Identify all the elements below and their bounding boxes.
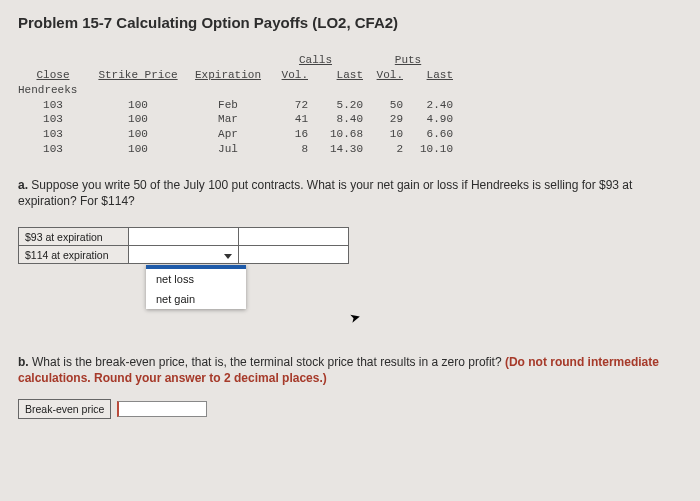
amount-input-114[interactable] [239,246,349,264]
table-row: 103100Apr1610.68106.60 [18,127,682,142]
gainloss-select-93[interactable] [129,228,239,246]
row-label-114: $114 at expiration [19,246,129,264]
question-a: a. Suppose you write 50 of the July 100 … [18,177,682,209]
chevron-down-icon [224,254,232,259]
stock-name: Hendreeks [18,83,88,98]
hdr-expiration: Expiration [188,68,268,83]
hdr-put-vol: Vol. [363,68,403,83]
question-b-text: What is the break-even price, that is, t… [32,355,502,369]
amount-input-93[interactable] [239,228,349,246]
question-a-text: Suppose you write 50 of the July 100 put… [18,178,632,208]
answer-grid-a: $93 at expiration $114 at expiration net… [18,227,353,264]
break-even-input[interactable] [117,401,207,417]
break-even-row: Break-even price [18,399,682,419]
question-b-lead: b. [18,355,29,369]
dropdown-option-netgain[interactable]: net gain [146,289,246,309]
hdr-strike: Strike Price [88,68,188,83]
gainloss-select-114[interactable] [129,246,239,264]
table-row: 103100Mar418.40294.90 [18,112,682,127]
question-a-lead: a. [18,178,28,192]
hdr-call-vol: Vol. [268,68,308,83]
question-b: b. What is the break-even price, that is… [18,354,682,386]
break-even-label: Break-even price [18,399,111,419]
table-row: 103100Feb725.20502.40 [18,98,682,113]
dropdown-option-netloss[interactable]: net loss [146,269,246,289]
hdr-put-last: Last [403,68,453,83]
hdr-call-last: Last [308,68,363,83]
row-label-93: $93 at expiration [19,228,129,246]
hdr-close: Close [18,68,88,83]
options-quote-table: Calls Puts Close Strike Price Expiration… [18,53,682,157]
gainloss-dropdown: net loss net gain [146,265,246,309]
problem-title: Problem 15-7 Calculating Option Payoffs … [18,14,682,31]
table-row: 103100Jul814.30210.10 [18,142,682,157]
cursor-icon: ➤ [348,309,363,326]
group-header-calls: Calls [268,53,363,68]
group-header-puts: Puts [363,53,453,68]
